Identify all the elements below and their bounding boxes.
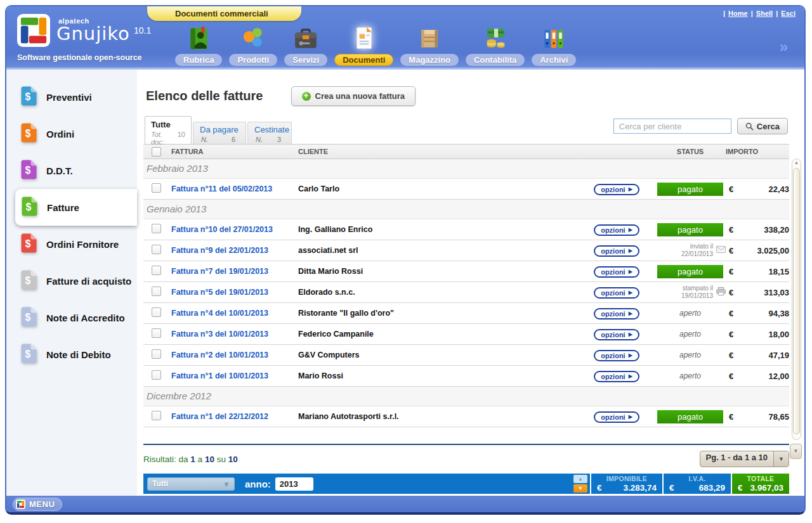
- exit-link[interactable]: Esci: [781, 10, 796, 17]
- play-right-icon: ▶: [629, 311, 632, 316]
- currency-symbol: €: [726, 412, 745, 422]
- sidebar-item-note-di-debito[interactable]: $Note di Debito: [6, 336, 137, 373]
- status-open: aperto: [679, 330, 701, 339]
- filter-select[interactable]: Tutti ▼: [147, 477, 235, 491]
- options-button[interactable]: opzioni ▶: [594, 329, 639, 340]
- row-checkbox[interactable]: [152, 328, 161, 338]
- toolbox-icon: [292, 25, 319, 52]
- sidebar-item-ordini-fornitore[interactable]: $Ordini Fornitore: [6, 226, 137, 262]
- chevron-down-icon: ▼: [223, 481, 230, 487]
- tab-cestinate[interactable]: Cestinate N.3: [247, 122, 292, 144]
- table-row: Fattura n°5 del 19/01/2013Eldorado s.n.c…: [143, 282, 789, 303]
- invoice-link[interactable]: Fattura n°7 del 19/01/2013: [171, 267, 298, 276]
- nav-item-rubrica[interactable]: Rubrica: [175, 25, 222, 66]
- search-input[interactable]: [613, 119, 731, 134]
- pagination-label: Pg. 1 - da 1 a 10: [700, 451, 774, 467]
- options-button[interactable]: opzioni ▶: [594, 245, 639, 257]
- invoice-link[interactable]: Fattura n°3 del 10/01/2013: [171, 330, 298, 339]
- vertical-scrollbar[interactable]: ▲: [792, 158, 801, 440]
- create-invoice-button[interactable]: + Crea una nuova fattura: [291, 86, 416, 106]
- nav-item-documenti[interactable]: Documenti: [334, 25, 393, 66]
- sidebar-item-ordini[interactable]: $Ordini: [6, 115, 137, 152]
- tab-tutte[interactable]: Tutte Tot. doc:10: [145, 116, 192, 144]
- nav-item-servizi[interactable]: Servizi: [284, 25, 327, 66]
- options-button[interactable]: opzioni ▶: [594, 184, 639, 195]
- invoice-doc-icon: $: [20, 343, 37, 366]
- menu-button[interactable]: MENU: [13, 498, 62, 511]
- tab-count: 6: [232, 136, 235, 143]
- nav-item-contabilita[interactable]: Contabilita: [466, 25, 525, 66]
- col-header-cliente: CLIENTE: [298, 148, 579, 155]
- options-button[interactable]: opzioni ▶: [594, 371, 639, 382]
- invoice-link[interactable]: Fattura n°2 del 10/01/2013: [171, 351, 298, 359]
- invoice-link[interactable]: Fattura n°4 del 10/01/2013: [171, 309, 298, 318]
- link-separator: |: [776, 10, 778, 17]
- sidebar-item-fatture[interactable]: $Fatture: [15, 189, 137, 226]
- section-tab: Documenti commerciali: [147, 6, 301, 21]
- scrollbar-thumb[interactable]: [793, 168, 800, 434]
- sidebar-item-fatture-di-acquisto[interactable]: $Fatture di acquisto: [6, 262, 137, 299]
- year-label: anno:: [245, 479, 271, 489]
- row-checkbox[interactable]: [152, 349, 161, 359]
- invoice-link[interactable]: Fattura n°10 del 27/01/2013: [171, 225, 298, 234]
- tab-count: 10: [178, 131, 185, 146]
- row-checkbox[interactable]: [152, 245, 161, 254]
- play-right-icon: ▶: [629, 373, 632, 379]
- client-name: associati.net srl: [298, 246, 579, 255]
- row-checkbox[interactable]: [152, 287, 161, 296]
- sidebar-item-d-d-t[interactable]: $D.D.T.: [6, 152, 137, 189]
- options-button[interactable]: opzioni ▶: [594, 224, 639, 236]
- tab-label: Tutte: [151, 120, 185, 129]
- row-checkbox[interactable]: [152, 266, 161, 275]
- search-button[interactable]: Cerca: [737, 118, 788, 134]
- nav-item-prodotti[interactable]: Prodotti: [229, 25, 277, 66]
- options-button[interactable]: opzioni ▶: [594, 287, 639, 299]
- sort-down-button[interactable]: ▼: [573, 484, 587, 493]
- nav-item-archivi[interactable]: Archivi: [532, 25, 576, 66]
- status-sent: inviato il22/01/2013: [655, 243, 726, 259]
- shell-link[interactable]: Shell: [756, 10, 773, 17]
- play-right-icon: ▶: [629, 332, 632, 337]
- options-button[interactable]: opzioni ▶: [594, 350, 639, 361]
- sidebar-item-preventivi[interactable]: $Preventivi: [6, 79, 137, 115]
- pagination-dropdown[interactable]: Pg. 1 - da 1 a 10 ▼: [700, 451, 789, 467]
- select-all-checkbox[interactable]: [152, 147, 161, 157]
- plus-circle-icon: +: [302, 92, 311, 101]
- tab-da-pagare[interactable]: Da pagare N.6: [193, 122, 246, 144]
- svg-text:$: $: [25, 238, 31, 249]
- home-link[interactable]: Home: [728, 10, 748, 17]
- row-checkbox[interactable]: [152, 224, 161, 233]
- results-bar: Risultati: da 1 a 10 su 10 Pg. 1 - da 1 …: [143, 444, 789, 467]
- nav-overflow-chevron[interactable]: »: [780, 38, 788, 56]
- nav-item-magazzino[interactable]: Magazzino: [400, 25, 459, 66]
- menu-label: MENU: [29, 500, 55, 509]
- options-button[interactable]: opzioni ▶: [594, 266, 639, 278]
- invoice-link[interactable]: Fattura n°11 del 05/02/2013: [171, 184, 298, 193]
- tab-meta: N.: [201, 136, 208, 143]
- row-checkbox[interactable]: [152, 411, 161, 420]
- scroll-down-button[interactable]: ▼: [790, 444, 802, 459]
- sidebar-item-label: D.D.T.: [46, 165, 73, 176]
- client-name: Mariano Autotrasporti s.r.l.: [298, 412, 579, 421]
- row-checkbox[interactable]: [152, 307, 161, 317]
- invoice-amount: 12,00: [745, 371, 789, 381]
- svg-text:$: $: [26, 202, 32, 212]
- client-name: G&V Computers: [298, 351, 579, 359]
- invoice-link[interactable]: Fattura n°1 del 10/01/2013: [171, 371, 298, 380]
- scroll-up-icon[interactable]: ▲: [792, 160, 801, 165]
- sort-up-button[interactable]: ▲: [573, 475, 587, 483]
- options-button[interactable]: opzioni ▶: [594, 411, 639, 423]
- link-separator: |: [751, 10, 753, 17]
- invoice-link[interactable]: Fattura n°5 del 19/01/2013: [171, 288, 298, 297]
- row-checkbox[interactable]: [152, 370, 161, 380]
- sidebar-item-note-di-accredito[interactable]: $Note di Accredito: [6, 299, 137, 336]
- year-input[interactable]: [275, 477, 313, 491]
- currency-symbol: €: [726, 267, 745, 276]
- row-checkbox[interactable]: [152, 183, 161, 193]
- invoice-link[interactable]: Fattura n°1 del 22/12/2012: [171, 412, 298, 421]
- invoice-link[interactable]: Fattura n°9 del 22/01/2013: [171, 246, 298, 255]
- client-name: Ristorante "Il gallo d'oro": [298, 309, 579, 318]
- options-button[interactable]: opzioni ▶: [594, 308, 639, 320]
- status-open: aperto: [679, 309, 701, 318]
- nav-item-label: Documenti: [334, 54, 393, 66]
